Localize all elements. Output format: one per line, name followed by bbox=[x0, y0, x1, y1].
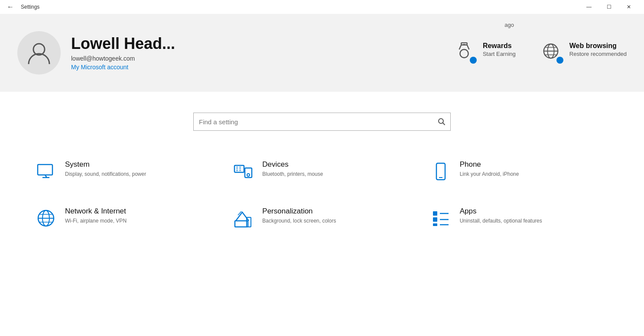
rewards-subtitle: Start Earning bbox=[483, 51, 516, 57]
rewards-icon-wrap bbox=[455, 42, 477, 64]
apps-title: Apps bbox=[460, 207, 542, 216]
titlebar-left: ← Settings bbox=[5, 1, 39, 13]
personalization-title: Personalization bbox=[262, 207, 336, 216]
rewards-text: Rewards Start Earning bbox=[483, 42, 516, 57]
svg-point-15 bbox=[247, 174, 250, 176]
setting-item-system[interactable]: System Display, sound, notifications, po… bbox=[26, 148, 223, 195]
system-icon bbox=[35, 160, 57, 183]
header-cards: ago Rewards Start Earning bbox=[455, 42, 627, 64]
system-desc: Display, sound, notifications, power bbox=[65, 171, 146, 178]
person-icon bbox=[26, 40, 52, 66]
svg-point-2 bbox=[460, 49, 468, 58]
titlebar-controls: — ☐ ✕ bbox=[579, 0, 639, 14]
system-text: System Display, sound, notifications, po… bbox=[65, 160, 146, 178]
svg-rect-29 bbox=[235, 221, 248, 227]
phone-desc: Link your Android, iPhone bbox=[460, 171, 519, 178]
web-browsing-card[interactable]: Web browsing Restore recommended bbox=[542, 42, 627, 64]
rewards-dot bbox=[470, 57, 477, 64]
profile-name: Lowell Head... bbox=[71, 35, 445, 52]
svg-rect-33 bbox=[433, 223, 437, 226]
phone-text: Phone Link your Android, iPhone bbox=[460, 160, 519, 178]
devices-desc: Bluetooth, printers, mouse bbox=[262, 171, 323, 178]
setting-item-devices[interactable]: Devices Bluetooth, printers, mouse bbox=[223, 148, 420, 195]
phone-icon bbox=[429, 160, 452, 183]
network-icon bbox=[35, 207, 57, 229]
svg-rect-31 bbox=[433, 211, 437, 216]
setting-item-personalization[interactable]: Personalization Background, lock screen,… bbox=[223, 195, 420, 242]
web-browsing-title: Web browsing bbox=[569, 42, 627, 50]
header: Lowell Head... lowell@howtogeek.com My M… bbox=[0, 14, 644, 92]
network-text: Network & Internet Wi-Fi, airplane mode,… bbox=[65, 207, 127, 225]
network-desc: Wi-Fi, airplane mode, VPN bbox=[65, 217, 127, 225]
settings-grid: System Display, sound, notifications, po… bbox=[0, 148, 644, 242]
avatar bbox=[17, 31, 61, 74]
svg-rect-10 bbox=[38, 165, 52, 175]
web-browsing-icon-wrap bbox=[542, 42, 563, 64]
apps-desc: Uninstall, defaults, optional features bbox=[460, 217, 542, 225]
rewards-card[interactable]: Rewards Start Earning bbox=[455, 42, 516, 64]
apps-icon bbox=[429, 207, 452, 229]
svg-line-9 bbox=[443, 123, 445, 125]
search-icon bbox=[433, 113, 450, 131]
search-input[interactable] bbox=[194, 118, 433, 126]
personalization-desc: Background, lock screen, colors bbox=[262, 217, 336, 225]
system-title: System bbox=[65, 160, 146, 169]
minimize-button[interactable]: — bbox=[579, 0, 599, 14]
titlebar: ← Settings — ☐ ✕ bbox=[0, 0, 644, 14]
rewards-title: Rewards bbox=[483, 42, 516, 50]
maximize-button[interactable]: ☐ bbox=[599, 0, 619, 14]
personalization-icon bbox=[232, 207, 254, 229]
titlebar-title: Settings bbox=[21, 4, 39, 10]
web-browsing-dot bbox=[556, 57, 563, 64]
setting-item-network[interactable]: Network & Internet Wi-Fi, airplane mode,… bbox=[26, 195, 223, 242]
apps-text: Apps Uninstall, defaults, optional featu… bbox=[460, 207, 542, 225]
web-browsing-text: Web browsing Restore recommended bbox=[569, 42, 627, 57]
search-area bbox=[0, 92, 644, 148]
profile-email: lowell@howtogeek.com bbox=[71, 55, 445, 62]
devices-icon bbox=[232, 160, 254, 183]
search-box bbox=[193, 113, 451, 131]
close-button[interactable]: ✕ bbox=[619, 0, 639, 14]
setting-item-apps[interactable]: Apps Uninstall, defaults, optional featu… bbox=[421, 195, 618, 242]
svg-rect-32 bbox=[433, 217, 437, 222]
web-browsing-subtitle: Restore recommended bbox=[569, 51, 627, 57]
ago-text: ago bbox=[504, 22, 514, 28]
personalization-text: Personalization Background, lock screen,… bbox=[262, 207, 336, 225]
microsoft-account-link[interactable]: My Microsoft account bbox=[71, 64, 445, 71]
network-title: Network & Internet bbox=[65, 207, 127, 216]
devices-text: Devices Bluetooth, printers, mouse bbox=[262, 160, 323, 178]
back-button[interactable]: ← bbox=[5, 1, 16, 13]
setting-item-phone[interactable]: Phone Link your Android, iPhone bbox=[421, 148, 618, 195]
phone-title: Phone bbox=[460, 160, 519, 169]
profile-info: Lowell Head... lowell@howtogeek.com My M… bbox=[71, 35, 445, 71]
devices-title: Devices bbox=[262, 160, 323, 169]
